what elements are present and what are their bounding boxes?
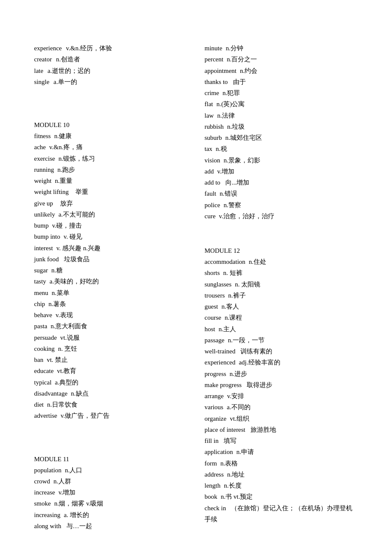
list-item: variousa.不同的 bbox=[205, 402, 358, 413]
vocab-english: late bbox=[34, 65, 43, 76]
list-item: add to向...增加 bbox=[205, 177, 358, 188]
list-item: smoken.烟，烟雾 v.吸烟 bbox=[34, 498, 187, 509]
list-item: shortsn. 短裤 bbox=[205, 267, 358, 278]
list-item: experience v.&n.经历，体验 bbox=[34, 43, 187, 54]
list-item: sugarn.糖 bbox=[34, 265, 187, 276]
list-item: addressn.地址 bbox=[205, 469, 358, 480]
list-item: sunglassesn. 太阳镜 bbox=[205, 279, 358, 290]
list-item: creator n.创造者 bbox=[34, 54, 187, 65]
list-item: give up放弃 bbox=[34, 198, 187, 209]
list-item: bookn.书 vt.预定 bbox=[205, 491, 358, 502]
list-item: menun.菜单 bbox=[34, 287, 187, 298]
list-item: progressn.进步 bbox=[205, 368, 358, 379]
list-item: lawn.法律 bbox=[205, 110, 358, 121]
vocab-definition: v.&n.经历，体验 bbox=[66, 43, 112, 54]
list-item: lengthn.长度 bbox=[205, 480, 358, 491]
list-item: passagen.一段，一节 bbox=[205, 335, 358, 346]
list-item: check in（在旅馆）登记入住；（在机场）办理登机手续 bbox=[205, 503, 358, 525]
list-item: cookingn. 烹饪 bbox=[34, 343, 187, 354]
list-item: behavev.表现 bbox=[34, 309, 187, 321]
list-item: applicationn.申请 bbox=[205, 446, 358, 457]
list-item: place of interest旅游胜地 bbox=[205, 424, 358, 435]
list-item: crowdn.人群 bbox=[34, 476, 187, 487]
list-item: advertisev.做广告，登广告 bbox=[34, 410, 187, 421]
vocab-definition: a.逝世的；迟的 bbox=[47, 65, 90, 76]
list-item: persuadevt.说服 bbox=[34, 332, 187, 343]
list-item: suburbn.城郊住宅区 bbox=[205, 132, 358, 143]
list-item: minuten.分钟 bbox=[205, 43, 358, 54]
list-item: trousersn.裤子 bbox=[205, 290, 358, 301]
module-10-vocab-list: fitnessn.健康 achev.&n.疼，痛 exercisen.锻炼，练习… bbox=[34, 130, 187, 422]
list-item: educatevt.教育 bbox=[34, 365, 187, 376]
list-item: increasev.增加 bbox=[34, 487, 187, 498]
list-item: exercisen.锻炼，练习 bbox=[34, 153, 187, 164]
list-item: curev.治愈，治好，治疗 bbox=[205, 211, 358, 222]
list-item: coursen.课程 bbox=[205, 312, 358, 323]
list-item: along with与…一起 bbox=[34, 520, 187, 532]
vocab-definition: a.单一的 bbox=[54, 76, 77, 87]
list-item: chipn.薯条 bbox=[34, 298, 187, 309]
list-item: accommodationn.住处 bbox=[205, 256, 358, 267]
list-item: junk food垃圾食品 bbox=[34, 254, 187, 265]
list-item: dietn.日常饮食 bbox=[34, 399, 187, 410]
list-item: thanks to由于 bbox=[205, 76, 358, 87]
left-top-vocab-list: experience v.&n.经历，体验 creator n.创造者 late… bbox=[34, 43, 187, 87]
vocab-definition: n.创造者 bbox=[56, 54, 80, 65]
list-item: rubbishn.垃圾 bbox=[205, 121, 358, 132]
list-item: runningn.跑步 bbox=[34, 164, 187, 175]
list-item: banvt. 禁止 bbox=[34, 354, 187, 365]
module-11-vocab-list: populationn.人口 crowdn.人群 increasev.增加 sm… bbox=[34, 465, 187, 532]
list-item: flatn.(英)公寓 bbox=[205, 98, 358, 110]
list-item: pastan.意大利面食 bbox=[34, 321, 187, 332]
list-item: taxn.税 bbox=[205, 143, 358, 154]
right-column: minuten.分钟 percentn.百分之一 appointmentn.约会… bbox=[196, 26, 358, 532]
list-item: hostn.主人 bbox=[205, 324, 358, 335]
list-item: faultn.错误 bbox=[205, 188, 358, 199]
vocab-english: single bbox=[34, 76, 49, 87]
list-item: make progress取得进步 bbox=[205, 379, 358, 390]
list-item: policen.警察 bbox=[205, 199, 358, 211]
list-item: single a.单一的 bbox=[34, 76, 187, 87]
list-item: guestn.客人 bbox=[205, 301, 358, 312]
list-item: crimen.犯罪 bbox=[205, 87, 358, 98]
list-item: tastya.美味的，好吃的 bbox=[34, 276, 187, 287]
right-top-vocab-list: minuten.分钟 percentn.百分之一 appointmentn.约会… bbox=[205, 43, 358, 222]
vocab-english: creator bbox=[34, 54, 52, 65]
list-item: increasinga. 增长的 bbox=[34, 509, 187, 520]
list-item: bumpv.碰，撞击 bbox=[34, 220, 187, 231]
list-item: unlikelya.不太可能的 bbox=[34, 209, 187, 220]
list-item: organizevt.组织 bbox=[205, 413, 358, 424]
list-item: percentn.百分之一 bbox=[205, 54, 358, 65]
list-item: appointmentn.约会 bbox=[205, 65, 358, 76]
list-item: weight lifting举重 bbox=[34, 186, 187, 197]
list-item: achev.&n.疼，痛 bbox=[34, 142, 187, 153]
list-item: arrangev.安排 bbox=[205, 390, 358, 402]
list-item: formn.表格 bbox=[205, 458, 358, 469]
module-12-header: MODULE 12 bbox=[205, 247, 358, 254]
module-11-header: MODULE 11 bbox=[34, 456, 187, 463]
list-item: populationn.人口 bbox=[34, 465, 187, 476]
list-item: weightn.重量 bbox=[34, 175, 187, 186]
list-item: experiencedadj.经验丰富的 bbox=[205, 357, 358, 368]
list-item: fitnessn.健康 bbox=[34, 130, 187, 142]
module-10-header: MODULE 10 bbox=[34, 121, 187, 129]
list-item: well-trained训练有素的 bbox=[205, 346, 358, 357]
list-item: addv.增加 bbox=[205, 166, 358, 177]
left-column: experience v.&n.经历，体验 creator n.创造者 late… bbox=[34, 26, 196, 532]
list-item: fill in填写 bbox=[205, 435, 358, 446]
list-item: disadvantagen.缺点 bbox=[34, 388, 187, 399]
list-item: interestv. 感兴趣 n.兴趣 bbox=[34, 243, 187, 254]
vocab-english: experience bbox=[34, 43, 62, 54]
list-item: late a.逝世的；迟的 bbox=[34, 65, 187, 76]
list-item: bump intov. 碰见 bbox=[34, 231, 187, 242]
list-item: typicala.典型的 bbox=[34, 377, 187, 388]
module-12-vocab-list: accommodationn.住处 shortsn. 短裤 sunglasses… bbox=[205, 256, 358, 525]
list-item: visionn.景象，幻影 bbox=[205, 155, 358, 166]
